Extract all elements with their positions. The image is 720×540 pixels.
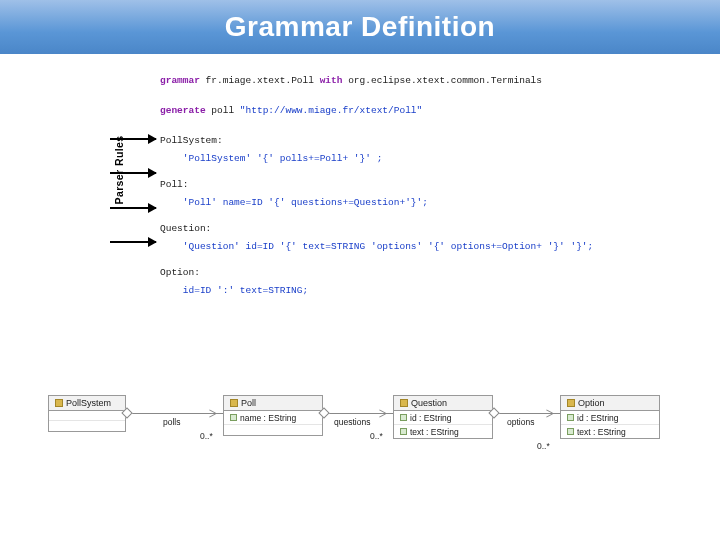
class-name: Poll (241, 398, 256, 408)
attr-icon (567, 428, 574, 435)
class-icon (400, 399, 408, 407)
rule-pollsystem-body: 'PollSystem' '{' polls+=Poll+ '}' ; (160, 150, 700, 168)
arrow-question (110, 207, 156, 209)
class-name: Question (411, 398, 447, 408)
uml-diagram: PollSystem Poll name : EString Question … (48, 395, 688, 505)
code-line-grammar: grammar fr.miage.xtext.Poll with org.ecl… (160, 72, 700, 90)
multiplicity: 0..* (370, 431, 383, 441)
rule-option-head: Option: (160, 264, 700, 282)
class-pollsystem: PollSystem (48, 395, 126, 432)
assoc-label: polls (163, 417, 180, 427)
attr-icon (567, 414, 574, 421)
assoc-polls (126, 413, 223, 414)
attr: text : EString (410, 427, 459, 437)
rule-question-head: Question: (160, 220, 700, 238)
attr: id : EString (410, 413, 452, 423)
code-line-generate: generate poll "http://www.miage.fr/xtext… (160, 102, 700, 120)
attr-icon (400, 414, 407, 421)
attr: name : EString (240, 413, 296, 423)
rule-poll-head: Poll: (160, 176, 700, 194)
arrow-option (110, 241, 156, 243)
assoc-label: questions (334, 417, 370, 427)
class-option: Option id : EString text : EString (560, 395, 660, 439)
class-icon (55, 399, 63, 407)
parser-rules-label: Parser Rules (113, 110, 125, 230)
rule-question-body: 'Question' id=ID '{' text=STRING 'option… (160, 238, 700, 256)
rule-option-body: id=ID ':' text=STRING; (160, 282, 700, 300)
arrow-poll (110, 172, 156, 174)
class-name: Option (578, 398, 605, 408)
class-name: PollSystem (66, 398, 111, 408)
grammar-code: grammar fr.miage.xtext.Poll with org.ecl… (160, 72, 700, 300)
rule-pollsystem-head: PollSystem: (160, 132, 700, 150)
class-icon (230, 399, 238, 407)
attr-icon (400, 428, 407, 435)
assoc-label: options (507, 417, 534, 427)
attr: text : EString (577, 427, 626, 437)
class-poll: Poll name : EString (223, 395, 323, 436)
attr-icon (230, 414, 237, 421)
multiplicity: 0..* (200, 431, 213, 441)
class-icon (567, 399, 575, 407)
rule-poll-body: 'Poll' name=ID '{' questions+=Question+'… (160, 194, 700, 212)
title-band: Grammar Definition (0, 0, 720, 54)
multiplicity: 0..* (537, 441, 550, 451)
attr: id : EString (577, 413, 619, 423)
page-title: Grammar Definition (225, 11, 495, 43)
arrow-pollsystem (110, 138, 156, 140)
class-question: Question id : EString text : EString (393, 395, 493, 439)
